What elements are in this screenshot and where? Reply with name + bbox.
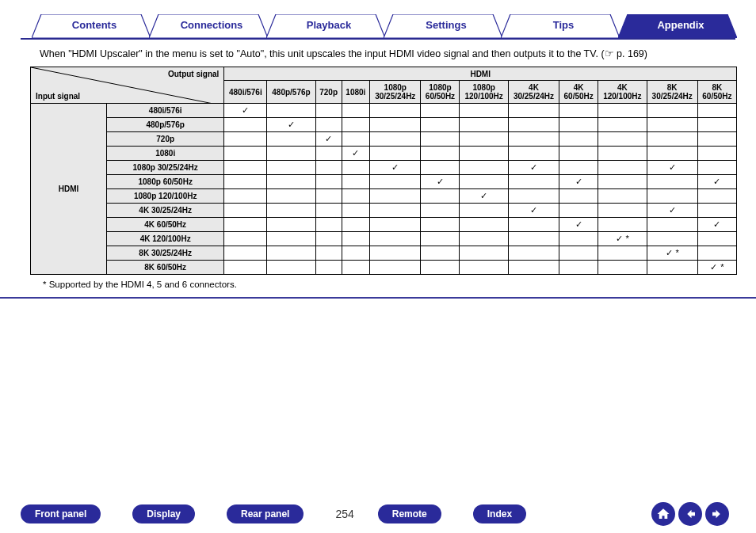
cell [460, 175, 508, 189]
cell [421, 147, 460, 161]
cell [598, 147, 647, 161]
top-tabs: Contents Connections Playback Settings T… [21, 14, 735, 40]
cell [315, 161, 342, 175]
diagonal-header: Output signal Input signal [31, 67, 224, 104]
row-header: 1080p 60/50Hz [107, 175, 224, 189]
link-index[interactable]: Index [473, 504, 526, 523]
cell [460, 261, 508, 275]
row-header: 1080p 30/25/24Hz [107, 161, 224, 175]
row-header: 4K 30/25/24Hz [107, 204, 224, 218]
cell: ✓ [508, 161, 559, 175]
cell [647, 118, 697, 132]
cell [598, 104, 647, 118]
table-row: 4K 60/50Hz✓✓ [31, 218, 737, 232]
cell [460, 147, 508, 161]
cell [315, 218, 342, 232]
prev-page-icon[interactable] [678, 502, 702, 526]
cell: ✓ [460, 189, 508, 204]
cell [697, 161, 736, 175]
intro-text: When "HDMI Upscaler" in the menu is set … [40, 48, 716, 60]
cell [421, 189, 460, 204]
tab-contents[interactable]: Contents [32, 14, 157, 38]
cell [559, 132, 598, 147]
cell [267, 232, 315, 246]
cell [342, 246, 369, 261]
cell [460, 232, 508, 246]
tab-label: Tips [553, 19, 575, 31]
tab-playback[interactable]: Playback [266, 14, 391, 38]
cell [421, 118, 460, 132]
bottom-bar: Front panel Display Rear panel 254 Remot… [0, 497, 756, 531]
link-remote[interactable]: Remote [378, 504, 441, 523]
cell: ✓ * [598, 232, 647, 246]
next-page-icon[interactable] [705, 502, 729, 526]
cell [559, 104, 598, 118]
tab-settings[interactable]: Settings [384, 14, 509, 38]
home-icon[interactable] [651, 502, 675, 526]
cell [647, 175, 697, 189]
cell [224, 261, 267, 275]
col-header: 720p [315, 81, 342, 104]
cell: ✓ * [647, 246, 697, 261]
cell [647, 147, 697, 161]
cell: ✓ [697, 218, 736, 232]
cell [598, 175, 647, 189]
tab-tips[interactable]: Tips [501, 14, 626, 38]
cell: ✓ [370, 161, 421, 175]
row-header: 720p [107, 132, 224, 147]
cell [460, 204, 508, 218]
cell [460, 132, 508, 147]
tab-connections[interactable]: Connections [149, 14, 274, 38]
cell [460, 104, 508, 118]
cell [460, 161, 508, 175]
cell [421, 204, 460, 218]
cell [370, 132, 421, 147]
cell [508, 189, 559, 204]
pointer-icon: ☞ [605, 48, 614, 59]
cell [647, 104, 697, 118]
cell [697, 189, 736, 204]
cell [267, 189, 315, 204]
cell [559, 261, 598, 275]
cell [598, 261, 647, 275]
cell [421, 246, 460, 261]
link-display[interactable]: Display [132, 504, 195, 523]
footnote: * Supported by the HDMI 4, 5 and 6 conne… [43, 280, 735, 289]
cell: ✓ [697, 175, 736, 189]
cell [697, 246, 736, 261]
cell [460, 118, 508, 132]
cell: ✓ [559, 218, 598, 232]
cell [647, 218, 697, 232]
cell [508, 261, 559, 275]
cell: ✓ [508, 204, 559, 218]
cell [559, 118, 598, 132]
cell [559, 246, 598, 261]
cell [315, 118, 342, 132]
cell: ✓ [647, 204, 697, 218]
link-rear-panel[interactable]: Rear panel [227, 504, 304, 523]
cell [460, 246, 508, 261]
table-row: HDMI480i/576i✓ [31, 104, 737, 118]
row-header: 480p/576p [107, 118, 224, 132]
tab-appendix[interactable]: Appendix [618, 14, 743, 38]
cell [315, 246, 342, 261]
cell [370, 246, 421, 261]
cell [460, 218, 508, 232]
cell [267, 104, 315, 118]
cell: ✓ [647, 161, 697, 175]
cell [647, 189, 697, 204]
table-row: 1080p 30/25/24Hz✓✓✓ [31, 161, 737, 175]
cell [315, 261, 342, 275]
row-header: 4K 60/50Hz [107, 218, 224, 232]
link-front-panel[interactable]: Front panel [21, 504, 101, 523]
col-header: 1080i [342, 81, 369, 104]
cell [508, 104, 559, 118]
cell [315, 189, 342, 204]
tab-label: Appendix [657, 19, 704, 31]
row-header: 4K 120/100Hz [107, 232, 224, 246]
cell [342, 204, 369, 218]
cell [370, 232, 421, 246]
col-header: 4K120/100Hz [598, 81, 647, 104]
col-header: 4K30/25/24Hz [508, 81, 559, 104]
cell [267, 218, 315, 232]
